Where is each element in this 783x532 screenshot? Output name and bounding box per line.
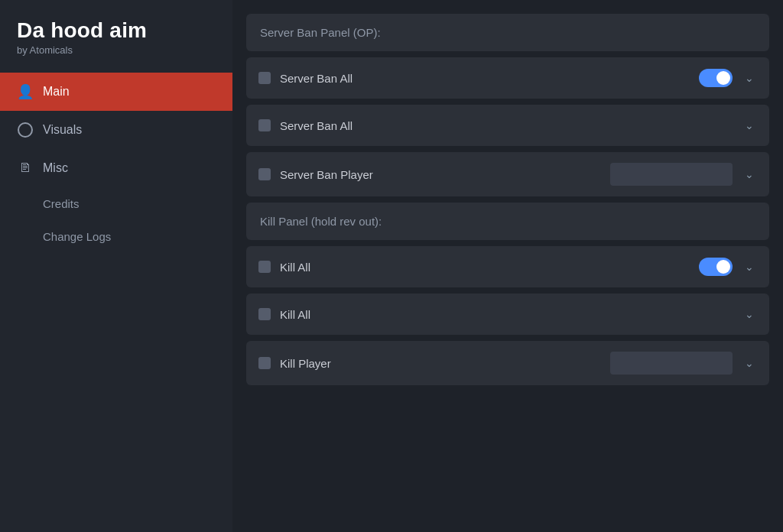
app-subtitle: by Atomicals bbox=[17, 44, 216, 56]
kill-all-row-chevron: Kill All ⌄ bbox=[246, 294, 769, 335]
server-ban-panel-label: Server Ban Panel (OP): bbox=[246, 14, 769, 51]
server-ban-all-label-2: Server Ban All bbox=[280, 119, 733, 132]
doc-icon: 🖹 bbox=[17, 160, 34, 177]
app-title: Da hood aim bbox=[17, 18, 216, 43]
sidebar-header: Da hood aim by Atomicals bbox=[0, 0, 232, 70]
sidebar-nav: 👤 Main Visuals 🖹 Misc Credits Change Log… bbox=[0, 73, 232, 253]
server-ban-player-row: Server Ban Player ⌄ bbox=[246, 152, 769, 196]
server-ban-all-chevron-2[interactable]: ⌄ bbox=[742, 118, 757, 133]
row-icon-6 bbox=[258, 357, 271, 369]
row-icon-3 bbox=[258, 168, 271, 180]
row-icon-5 bbox=[258, 308, 271, 320]
server-ban-all-chevron-1[interactable]: ⌄ bbox=[742, 70, 757, 86]
server-ban-player-chevron[interactable]: ⌄ bbox=[742, 167, 757, 182]
sidebar: Da hood aim by Atomicals 👤 Main Visuals … bbox=[0, 0, 232, 532]
person-icon: 👤 bbox=[17, 83, 34, 100]
kill-panel-label: Kill Panel (hold rev out): bbox=[246, 203, 769, 240]
sidebar-item-label-main: Main bbox=[43, 85, 70, 99]
kill-all-row-toggle: Kill All ⌄ bbox=[246, 246, 769, 287]
kill-all-chevron-2[interactable]: ⌄ bbox=[742, 307, 757, 322]
main-content: Server Ban Panel (OP): Server Ban All ⌄ … bbox=[232, 0, 783, 532]
sidebar-item-visuals[interactable]: Visuals bbox=[0, 111, 232, 149]
kill-all-label-2: Kill All bbox=[280, 308, 733, 321]
server-ban-player-label: Server Ban Player bbox=[280, 168, 601, 181]
row-icon-4 bbox=[258, 261, 271, 273]
sidebar-item-changelogs[interactable]: Change Logs bbox=[0, 220, 232, 253]
kill-player-chevron[interactable]: ⌄ bbox=[742, 355, 757, 371]
sidebar-item-label-visuals: Visuals bbox=[43, 123, 82, 137]
server-ban-all-toggle[interactable] bbox=[699, 69, 733, 87]
kill-all-chevron-1[interactable]: ⌄ bbox=[742, 259, 757, 274]
kill-player-input[interactable] bbox=[610, 352, 733, 375]
kill-player-label: Kill Player bbox=[280, 357, 601, 370]
row-icon-2 bbox=[258, 119, 271, 131]
sidebar-item-misc[interactable]: 🖹 Misc bbox=[0, 149, 232, 187]
sidebar-item-main[interactable]: 👤 Main bbox=[0, 73, 232, 111]
row-icon-1 bbox=[258, 72, 271, 84]
server-ban-all-row-chevron: Server Ban All ⌄ bbox=[246, 105, 769, 146]
kill-all-label-1: Kill All bbox=[280, 261, 690, 274]
sidebar-item-label-misc: Misc bbox=[43, 161, 68, 175]
circle-icon bbox=[17, 122, 34, 138]
sidebar-item-credits[interactable]: Credits bbox=[0, 187, 232, 220]
kill-all-toggle[interactable] bbox=[699, 258, 733, 276]
server-ban-player-input[interactable] bbox=[610, 163, 733, 186]
kill-player-row: Kill Player ⌄ bbox=[246, 341, 769, 385]
server-ban-all-label-1: Server Ban All bbox=[280, 72, 690, 85]
server-ban-all-row-toggle: Server Ban All ⌄ bbox=[246, 57, 769, 99]
